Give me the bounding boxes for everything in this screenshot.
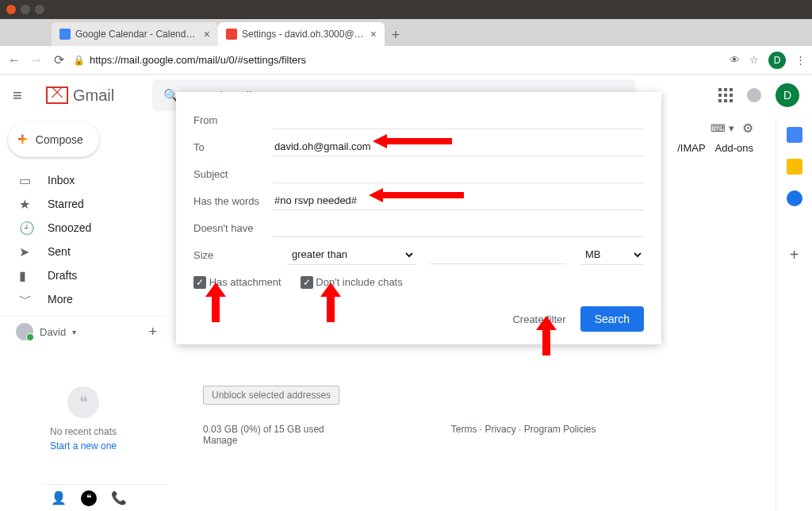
clock-icon: 🕘 bbox=[19, 221, 33, 236]
subject-label: Subject bbox=[193, 168, 273, 180]
lock-icon: 🔒 bbox=[73, 55, 85, 66]
browser-tab-bar: Google Calendar - Calendar sett × Settin… bbox=[0, 19, 812, 46]
gear-icon[interactable]: ⚙ bbox=[742, 121, 753, 136]
window-titlebar bbox=[0, 0, 812, 19]
star-icon: ★ bbox=[19, 197, 33, 212]
keep-addon-icon[interactable] bbox=[787, 159, 802, 175]
nav-label: Inbox bbox=[48, 174, 75, 186]
privacy-link[interactable]: Privacy bbox=[485, 424, 515, 435]
window-minimize-icon[interactable] bbox=[21, 5, 30, 14]
url-text: https://mail.google.com/mail/u/0/#settin… bbox=[90, 54, 306, 66]
browser-tab-gmail-settings[interactable]: Settings - david.oh.3000@gma × bbox=[218, 22, 385, 46]
nav-label: Drafts bbox=[48, 269, 77, 282]
browser-profile-avatar[interactable]: D bbox=[768, 52, 786, 69]
reload-icon[interactable]: ⟳ bbox=[51, 52, 67, 67]
back-icon[interactable]: ← bbox=[6, 53, 22, 67]
size-unit-select[interactable]: MB bbox=[580, 244, 644, 265]
contacts-icon[interactable]: 👤 bbox=[51, 490, 67, 505]
exclude-chats-checkbox[interactable]: ✓ Don't include chats bbox=[301, 276, 403, 289]
doesnt-have-input[interactable] bbox=[273, 218, 644, 237]
inbox-icon: ▭ bbox=[19, 173, 33, 188]
sidebar-item-starred[interactable]: ★Starred bbox=[0, 192, 167, 216]
notifications-icon[interactable] bbox=[747, 88, 761, 102]
annotation-arrow-icon bbox=[202, 282, 229, 322]
chat-bubble-icon: ❝ bbox=[67, 386, 99, 418]
plus-icon: + bbox=[17, 129, 28, 150]
url-field[interactable]: 🔒 https://mail.google.com/mail/u/0/#sett… bbox=[73, 54, 723, 66]
new-chat-icon[interactable]: + bbox=[148, 324, 157, 340]
nav-label: More bbox=[48, 293, 73, 305]
compose-button[interactable]: + Compose bbox=[8, 122, 99, 157]
sidebar-item-more[interactable]: ﹀More bbox=[0, 287, 167, 311]
forward-icon: → bbox=[29, 53, 44, 67]
svg-marker-3 bbox=[320, 282, 341, 322]
window-maximize-icon[interactable] bbox=[35, 5, 44, 14]
storage-text: 0.03 GB (0%) of 15 GB used bbox=[203, 424, 324, 435]
tasks-addon-icon[interactable] bbox=[787, 190, 802, 206]
gmail-logo-text: Gmail bbox=[73, 86, 114, 105]
search-filter-panel: From To Subject Has the words Doesn't ha… bbox=[176, 92, 661, 344]
hangouts-profile[interactable]: David ▾ + bbox=[0, 316, 167, 347]
star-icon[interactable]: ☆ bbox=[749, 54, 759, 66]
hangouts-empty-text: No recent chats bbox=[0, 426, 167, 437]
apps-grid-icon[interactable] bbox=[718, 88, 733, 102]
doesnt-have-label: Doesn't have bbox=[193, 222, 273, 234]
tab-close-icon[interactable]: × bbox=[370, 28, 377, 40]
window-close-icon[interactable] bbox=[6, 5, 16, 14]
nav-label: Sent bbox=[48, 245, 71, 258]
policies-link[interactable]: Program Policies bbox=[524, 424, 596, 435]
gmail-favicon-icon bbox=[226, 29, 237, 40]
hangouts-icon[interactable]: ❝ bbox=[81, 490, 97, 506]
calendar-favicon-icon bbox=[59, 29, 71, 40]
presence-avatar-icon bbox=[16, 323, 33, 340]
input-tools-icon[interactable]: ⌨ ▾ bbox=[710, 122, 734, 134]
subject-input[interactable] bbox=[273, 164, 644, 183]
to-input[interactable] bbox=[273, 137, 644, 156]
browser-menu-icon[interactable]: ⋮ bbox=[795, 54, 806, 66]
new-tab-button[interactable]: + bbox=[385, 24, 407, 46]
caret-down-icon: ▾ bbox=[72, 328, 76, 336]
from-input[interactable] bbox=[273, 110, 644, 129]
checkbox-checked-icon: ✓ bbox=[301, 276, 313, 289]
tab-title: Google Calendar - Calendar sett bbox=[75, 29, 199, 40]
account-avatar[interactable]: D bbox=[776, 83, 799, 107]
annotation-arrow-icon bbox=[373, 132, 452, 151]
unblock-button[interactable]: Unblock selected addresses bbox=[203, 386, 339, 405]
compose-label: Compose bbox=[36, 133, 83, 146]
profile-name: David bbox=[40, 326, 66, 338]
annotation-arrow-icon bbox=[317, 282, 344, 322]
size-label: Size bbox=[193, 249, 273, 261]
svg-marker-2 bbox=[205, 282, 226, 322]
manage-storage-link[interactable]: Manage bbox=[203, 435, 237, 446]
sidebar-item-inbox[interactable]: ▭Inbox bbox=[0, 168, 167, 192]
annotation-arrow-icon bbox=[533, 316, 560, 355]
sidebar-item-sent[interactable]: ➤Sent bbox=[0, 240, 167, 263]
phone-icon[interactable]: 📞 bbox=[111, 490, 127, 505]
sidebar: + Compose ▭Inbox ★Starred 🕘Snoozed ➤Sent… bbox=[0, 116, 167, 511]
to-label: To bbox=[193, 141, 273, 153]
main-menu-icon[interactable]: ≡ bbox=[13, 86, 32, 105]
terms-link[interactable]: Terms bbox=[451, 424, 477, 435]
size-value-input[interactable] bbox=[430, 245, 566, 264]
nav-label: Starred bbox=[48, 198, 84, 210]
has-words-label: Has the words bbox=[193, 195, 273, 207]
browser-tab-calendar[interactable]: Google Calendar - Calendar sett × bbox=[52, 22, 218, 46]
search-button[interactable]: Search bbox=[580, 306, 644, 332]
eye-icon[interactable]: 👁 bbox=[730, 54, 740, 66]
calendar-addon-icon[interactable] bbox=[787, 127, 802, 143]
svg-marker-0 bbox=[373, 134, 452, 148]
tab-close-icon[interactable]: × bbox=[204, 28, 210, 40]
start-chat-link[interactable]: Start a new one bbox=[0, 440, 167, 451]
file-icon: ▮ bbox=[19, 268, 33, 283]
size-operator-select[interactable]: greater than bbox=[287, 244, 416, 265]
svg-marker-1 bbox=[369, 188, 464, 202]
footer: 0.03 GB (0%) of 15 GB used Manage Terms … bbox=[203, 424, 752, 446]
sidebar-item-snoozed[interactable]: 🕘Snoozed bbox=[0, 216, 167, 240]
side-panel: + bbox=[776, 116, 812, 511]
get-addons-icon[interactable]: + bbox=[790, 246, 799, 264]
settings-tab-imap[interactable]: /IMAP bbox=[677, 142, 705, 154]
nav-label: Snoozed bbox=[48, 221, 91, 234]
settings-tab-addons[interactable]: Add-ons bbox=[715, 142, 753, 154]
gmail-logo[interactable]: Gmail bbox=[46, 86, 114, 105]
sidebar-item-drafts[interactable]: ▮Drafts bbox=[0, 263, 167, 287]
